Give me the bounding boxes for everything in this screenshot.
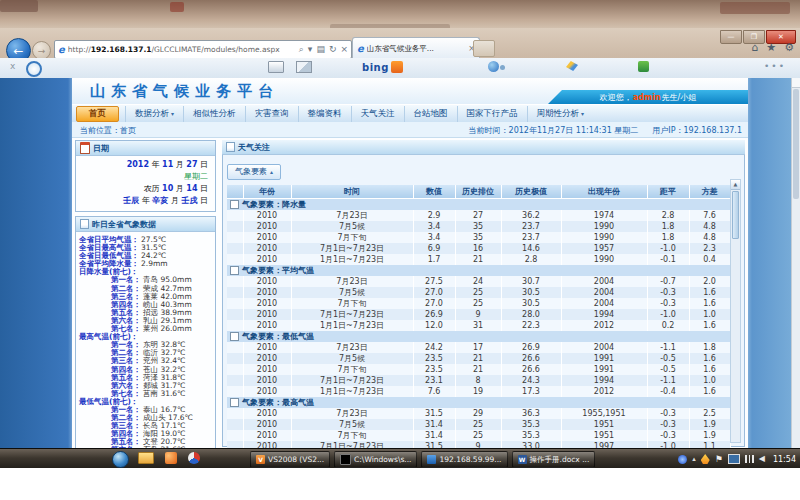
addon-close-icon[interactable]: x xyxy=(10,61,15,71)
table-cell: 23.7 xyxy=(501,232,561,243)
browser-tab[interactable]: e 山东省气候业务平... × xyxy=(352,37,480,59)
nav-item-台站地图[interactable]: 台站地图 xyxy=(404,106,457,122)
nav-item-数据分析[interactable]: 数据分析▾ xyxy=(125,106,183,122)
flashfxp-icon[interactable] xyxy=(701,454,710,464)
table-row[interactable]: 20101月1日~7月23日12.03122.320120.21.6 xyxy=(227,320,730,331)
scroll-up-icon[interactable] xyxy=(792,78,800,88)
taskbar-clock[interactable]: 11:54 xyxy=(773,455,796,464)
table-cell: 2.3 xyxy=(689,243,730,254)
group-checkbox[interactable] xyxy=(230,398,239,407)
home-icon[interactable]: ⌂ xyxy=(751,42,758,53)
nav-item-天气关注[interactable]: 天气关注 xyxy=(351,106,404,122)
app-orange-icon[interactable] xyxy=(165,452,177,464)
scrollbar-thumb[interactable] xyxy=(732,191,739,239)
table-cell: 2010 xyxy=(243,419,291,430)
table-row[interactable]: 20101月1日~7月23日1.7212.81990-0.10.4 xyxy=(227,254,730,265)
share-icon[interactable] xyxy=(488,61,499,72)
dropdown-caret-icon[interactable]: ▾ xyxy=(308,45,313,54)
table-cell: 7月5候 xyxy=(291,419,413,430)
taskbar-button[interactable]: C:\Windows\s... xyxy=(334,451,417,468)
table-cell: 2010 xyxy=(243,364,291,375)
table-row[interactable]: 20107月5候23.52126.61991-0.51.6 xyxy=(227,353,730,364)
nav-item-label: 首页 xyxy=(89,108,106,120)
table-row[interactable]: 20107月5候31.42535.31951-0.31.9 xyxy=(227,419,730,430)
weather-data-table: 年份时间数值历史排位历史极值出现年份距平方差 气象要素：降水量20107月23日… xyxy=(227,185,731,452)
start-button[interactable] xyxy=(112,451,129,468)
table-row[interactable]: 20107月下旬31.42535.31951-0.31.9 xyxy=(227,430,730,441)
table-cell: 24.2 xyxy=(413,342,455,353)
plugin-icon[interactable] xyxy=(638,61,649,72)
group-checkbox[interactable] xyxy=(230,266,239,275)
card-icon[interactable] xyxy=(268,61,284,73)
nav-item-首页[interactable]: 首页 xyxy=(76,106,119,122)
refresh-icon[interactable]: ↻ xyxy=(329,45,337,54)
group-row[interactable]: 气象要素：降水量 xyxy=(227,198,730,210)
table-cell: 8 xyxy=(455,375,501,386)
action-center-flag-icon[interactable]: ⚑ xyxy=(715,455,723,464)
nav-item-国家下行产品[interactable]: 国家下行产品 xyxy=(457,106,527,122)
table-cell: 7月5候 xyxy=(291,221,413,232)
table-row[interactable]: 20107月1日~7月23日23.1824.31994-1.11.0 xyxy=(227,375,730,386)
table-row[interactable]: 20101月1日~7月23日7.61917.32012-0.41.6 xyxy=(227,386,730,397)
table-row[interactable]: 20107月下旬3.43523.719901.84.8 xyxy=(227,232,730,243)
search-icon[interactable]: ⌕ xyxy=(299,45,304,54)
bing-logo[interactable]: bing xyxy=(362,61,403,73)
cmd-icon xyxy=(340,454,351,465)
table-cell: 1951 xyxy=(561,430,647,441)
table-cell: 2.9 xyxy=(413,210,455,221)
table-cell: 7月下旬 xyxy=(291,298,413,309)
page-icon[interactable]: ▤ xyxy=(316,45,325,54)
hidden-icons-caret[interactable]: ▴ xyxy=(692,455,696,463)
minimize-button[interactable]: — xyxy=(720,30,742,44)
overflow-dots-icon[interactable]: ••• xyxy=(764,61,786,71)
browser-scrollbar[interactable] xyxy=(791,78,800,448)
table-cell: 4.8 xyxy=(689,221,730,232)
table-row[interactable]: 20107月23日31.52936.31955,1951-0.32.5 xyxy=(227,408,730,419)
table-scrollbar[interactable]: ▲ xyxy=(730,179,741,443)
group-row[interactable]: 气象要素：最高气温 xyxy=(227,397,730,408)
scrollbar-thumb[interactable] xyxy=(793,89,799,199)
table-row[interactable]: 20107月5候27.02530.52004-0.31.6 xyxy=(227,287,730,298)
updates-icon[interactable] xyxy=(678,455,687,464)
url-text[interactable]: http://192.168.137.1/GLCCLIMATE/modules/… xyxy=(68,45,296,54)
display-icon[interactable] xyxy=(728,454,740,464)
taskbar-button[interactable]: 192.168.59.99... xyxy=(421,451,507,468)
compass-icon[interactable] xyxy=(26,61,42,77)
browser-circle-icon[interactable] xyxy=(188,452,200,464)
table-row[interactable]: 20107月23日27.52430.72004-0.72.0 xyxy=(227,276,730,287)
table-row[interactable]: 20107月23日24.21726.92004-1.11.8 xyxy=(227,342,730,353)
element-filter-button[interactable]: 气象要素 ▴ xyxy=(227,164,281,180)
weather-panel-title: 昨日全省气象数据 xyxy=(92,219,156,230)
explorer-folder-icon[interactable] xyxy=(138,452,154,464)
stop-icon[interactable]: × xyxy=(340,45,348,54)
group-checkbox[interactable] xyxy=(230,200,239,209)
settings-gear-icon[interactable]: ⚙ xyxy=(784,42,794,53)
nav-item-周期性分析[interactable]: 周期性分析▾ xyxy=(527,106,594,122)
table-cell: 35.3 xyxy=(501,430,561,441)
table-row[interactable]: 20107月下旬27.02530.52004-0.31.6 xyxy=(227,298,730,309)
taskbar-button[interactable]: W操作手册.docx ... xyxy=(512,451,596,468)
address-bar[interactable]: e http://192.168.137.1/GLCCLIMATE/module… xyxy=(54,40,352,59)
table-row[interactable]: 20107月5候3.43523.719901.84.8 xyxy=(227,221,730,232)
volume-icon[interactable]: ◀ xyxy=(759,455,765,463)
bird-icon[interactable] xyxy=(566,61,578,71)
table-row[interactable]: 20107月1日~7月23日6.91614.61957-1.02.3 xyxy=(227,243,730,254)
nav-item-相似性分析[interactable]: 相似性分析 xyxy=(183,106,245,122)
table-row[interactable]: 20107月1日~7月23日26.9928.01994-1.01.0 xyxy=(227,309,730,320)
group-checkbox[interactable] xyxy=(230,332,239,341)
nav-item-灾害查询[interactable]: 灾害查询 xyxy=(245,106,298,122)
table-row[interactable]: 20107月下旬23.52126.61991-0.51.6 xyxy=(227,364,730,375)
mail-icon[interactable] xyxy=(296,61,312,73)
table-row[interactable]: 20107月23日2.92736.219742.87.6 xyxy=(227,210,730,221)
nav-item-整编资料[interactable]: 整编资料 xyxy=(298,106,351,122)
favorites-star-icon[interactable]: ★ xyxy=(766,42,776,53)
group-row[interactable]: 气象要素：平均气温 xyxy=(227,265,730,276)
taskbar-button[interactable]: VVS2008 (VS2... xyxy=(250,451,330,468)
new-tab-button[interactable] xyxy=(473,40,495,57)
weather-data-panel: 昨日全省气象数据 全省日平均气温：27.5℃全省日最高气温：31.5℃全省日最低… xyxy=(75,216,216,459)
group-row[interactable]: 气象要素：最低气温 xyxy=(227,331,730,342)
table-cell: 2.5 xyxy=(689,408,730,419)
network-icon[interactable] xyxy=(745,455,754,463)
calendar-line: 星期二 xyxy=(79,171,208,183)
scroll-up-icon[interactable]: ▲ xyxy=(731,180,740,190)
